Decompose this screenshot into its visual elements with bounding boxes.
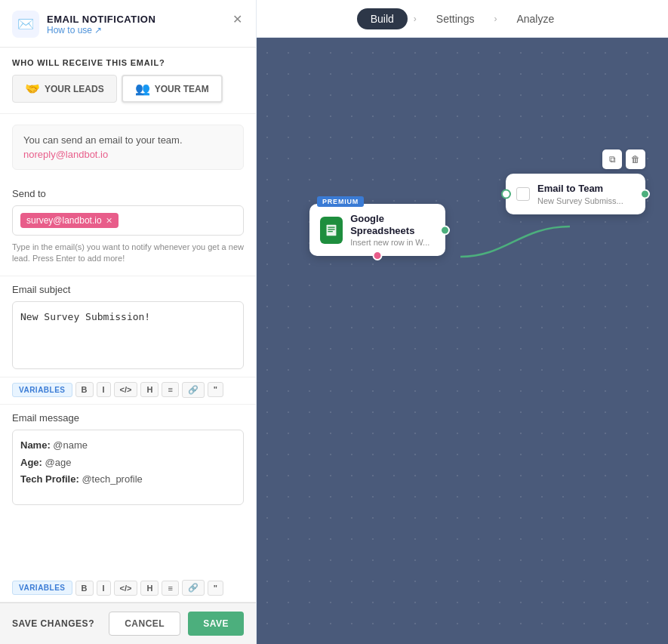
email-tag-input[interactable]: survey@landbot.io ✕	[12, 205, 244, 236]
google-right-connector[interactable]	[440, 225, 450, 235]
panel-icon: ✉️	[12, 11, 39, 38]
message-label: Email message	[12, 412, 244, 424]
google-node-subtitle: Insert new row in W...	[350, 238, 435, 247]
tag-value: survey@landbot.io	[26, 215, 102, 226]
delete-node-button[interactable]: 🗑	[626, 149, 645, 169]
footer-buttons: CANCEL SAVE	[109, 612, 244, 636]
message-line-1: Name: @name	[20, 438, 235, 454]
message-bold-button[interactable]: B	[75, 581, 94, 596]
email-tag: survey@landbot.io ✕	[20, 213, 119, 228]
premium-badge: PREMIUM	[317, 196, 364, 207]
left-panel: ✉️ EMAIL NOTIFICATION How to use ↗ ✕ WHO…	[0, 0, 257, 644]
message-toolbar: VARIABLES B I </> H ≡ 🔗 "	[0, 575, 256, 602]
subject-list-button[interactable]: ≡	[162, 382, 178, 397]
leads-toggle-button[interactable]: 🤝 YOUR LEADS	[12, 75, 117, 103]
subject-textarea[interactable]	[12, 301, 244, 369]
info-text: You can send an email to your team.	[23, 134, 232, 146]
team-label: YOUR TEAM	[155, 84, 209, 94]
message-variables-button[interactable]: VARIABLES	[12, 581, 72, 595]
svg-rect-1	[327, 224, 337, 236]
leads-label: YOUR LEADS	[45, 84, 104, 94]
who-receives-section: WHO WILL RECEIVE THIS EMAIL? 🤝 YOUR LEAD…	[0, 48, 256, 114]
footer-label: SAVE CHANGES?	[12, 618, 94, 629]
message-content[interactable]: Name: @name Age: @age Tech Profile: @tec…	[12, 430, 244, 505]
age-var: @age	[42, 457, 72, 468]
email-message-section: Email message Name: @name Age: @age Tech…	[0, 405, 256, 575]
external-link-icon: ↗	[94, 25, 102, 35]
message-line-3: Tech Profile: @tech_profile	[20, 472, 235, 488]
tech-bold: Tech Profile:	[20, 473, 79, 485]
message-list-button[interactable]: ≡	[162, 581, 178, 596]
nav-settings[interactable]: Settings	[423, 8, 488, 29]
email-node[interactable]: ⧉ 🗑 Email to Team New Survey Submiss...	[506, 174, 645, 214]
save-button[interactable]: SAVE	[188, 612, 244, 636]
subject-link-button[interactable]: 🔗	[182, 382, 205, 398]
subject-code-button[interactable]: </>	[114, 382, 138, 397]
google-bottom-connector[interactable]	[373, 251, 383, 260]
node-actions: ⧉ 🗑	[602, 149, 645, 169]
nav-build[interactable]: Build	[357, 8, 408, 29]
canvas-area: Build › Settings › Analyze PREMIUM	[257, 0, 668, 644]
name-bold: Name:	[20, 439, 51, 451]
email-hint: Type in the email(s) you want to notify …	[12, 242, 244, 265]
cancel-button[interactable]: CANCEL	[109, 612, 180, 636]
nav-chevron-2: ›	[494, 14, 497, 24]
message-link-button[interactable]: 🔗	[182, 580, 205, 596]
subject-toolbar: VARIABLES B I </> H ≡ 🔗 "	[0, 377, 256, 405]
nav-analyze[interactable]: Analyze	[503, 8, 568, 29]
copy-node-button[interactable]: ⧉	[602, 149, 622, 169]
who-receives-label: WHO WILL RECEIVE THIS EMAIL?	[12, 58, 244, 67]
email-left-connector[interactable]	[501, 189, 511, 199]
leads-emoji: 🤝	[25, 82, 40, 96]
subject-variables-button[interactable]: VARIABLES	[12, 383, 72, 397]
message-heading-button[interactable]: H	[140, 581, 159, 596]
close-button[interactable]: ✕	[231, 11, 244, 28]
email-right-connector[interactable]	[640, 189, 650, 199]
top-nav: Build › Settings › Analyze	[257, 0, 668, 38]
message-code-button[interactable]: </>	[114, 581, 138, 596]
nav-chevron-1: ›	[414, 14, 417, 24]
subject-label: Email subject	[12, 284, 244, 295]
send-to-section: Send to survey@landbot.io ✕ Type in the …	[0, 180, 256, 276]
info-link: noreply@landbot.io	[23, 149, 232, 160]
email-subject-section: Email subject	[0, 276, 256, 377]
svg-rect-3	[328, 229, 334, 230]
panel-footer: SAVE CHANGES? CANCEL SAVE	[0, 602, 256, 644]
tech-var: @tech_profile	[79, 473, 143, 485]
team-emoji: 👥	[135, 82, 150, 96]
svg-rect-2	[328, 226, 334, 227]
email-node-checkbox[interactable]	[516, 187, 530, 201]
name-var: @name	[51, 439, 88, 451]
age-bold: Age:	[20, 457, 42, 468]
svg-rect-4	[328, 231, 332, 232]
subject-quote-button[interactable]: "	[208, 382, 223, 397]
email-node-title: Email to Team	[537, 183, 623, 195]
subject-bold-button[interactable]: B	[75, 382, 94, 397]
email-node-subtitle: New Survey Submiss...	[537, 196, 623, 205]
subject-heading-button[interactable]: H	[140, 382, 159, 397]
message-line-2: Age: @age	[20, 455, 235, 471]
panel-subtitle-link[interactable]: How to use ↗	[47, 25, 155, 35]
panel-title: EMAIL NOTIFICATION	[47, 14, 155, 25]
recipient-toggle-group: 🤝 YOUR LEADS 👥 YOUR TEAM	[12, 75, 244, 103]
panel-header: ✉️ EMAIL NOTIFICATION How to use ↗ ✕	[0, 0, 256, 48]
send-to-label: Send to	[12, 188, 244, 199]
connector-svg	[257, 0, 668, 644]
message-quote-button[interactable]: "	[208, 581, 223, 596]
subject-italic-button[interactable]: I	[97, 382, 111, 397]
team-toggle-button[interactable]: 👥 YOUR TEAM	[122, 75, 223, 103]
google-node-title: Google Spreadsheets	[350, 213, 435, 236]
tag-remove-button[interactable]: ✕	[106, 216, 112, 226]
info-box: You can send an email to your team. nore…	[12, 125, 244, 170]
message-italic-button[interactable]: I	[97, 581, 111, 596]
google-node[interactable]: PREMIUM Google Spreadsheets Insert new r…	[309, 204, 445, 256]
google-sheets-icon	[320, 217, 343, 244]
